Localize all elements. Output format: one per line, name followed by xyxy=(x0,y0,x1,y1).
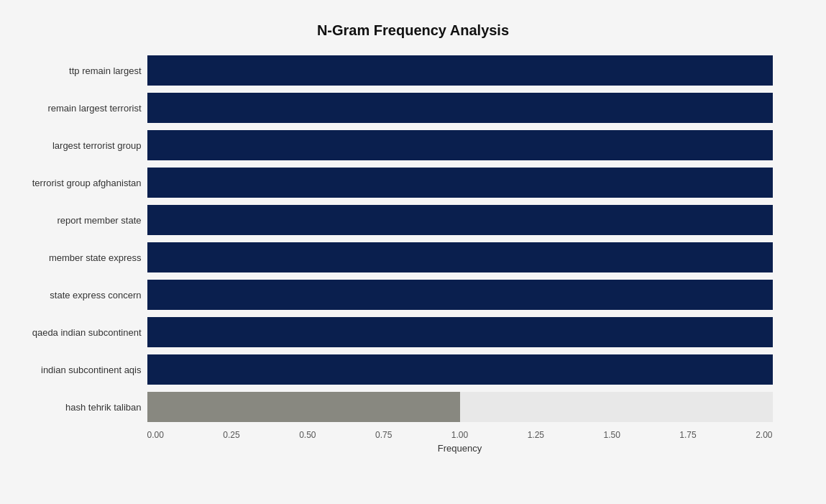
bar-label: terrorist group afghanistan xyxy=(32,177,142,188)
x-tick: 1.50 xyxy=(603,430,620,440)
bar-row: remain largest terrorist xyxy=(147,89,773,127)
bar-wrapper xyxy=(147,354,773,385)
bar-label: report member state xyxy=(32,214,142,225)
bar-label: hash tehrik taliban xyxy=(32,401,142,412)
bar-bg xyxy=(147,354,773,385)
x-axis-label: Frequency xyxy=(147,443,773,454)
bar-wrapper xyxy=(147,55,773,86)
bar-bg xyxy=(147,93,773,123)
bar-row: terrorist group afghanistan xyxy=(147,164,773,201)
bar-fill xyxy=(147,354,773,385)
bar-fill xyxy=(147,317,773,347)
chart-title: N-Gram Frequency Analysis xyxy=(32,22,794,39)
bar-fill xyxy=(147,130,773,160)
bar-wrapper xyxy=(147,130,773,160)
bar-wrapper xyxy=(147,93,773,123)
bar-label: member state express xyxy=(32,252,142,262)
x-tick: 1.00 xyxy=(451,430,468,440)
bar-row: member state express xyxy=(147,239,773,276)
bar-bg xyxy=(147,392,773,422)
bar-bg xyxy=(147,168,773,198)
bar-wrapper xyxy=(147,205,773,235)
bar-bg xyxy=(147,280,773,310)
bar-label: remain largest terrorist xyxy=(32,102,142,113)
bar-label: indian subcontinent aqis xyxy=(32,364,142,375)
bar-row: ttp remain largest xyxy=(147,52,773,89)
bar-row: state express concern xyxy=(147,276,773,313)
bar-row: largest terrorist group xyxy=(147,127,773,164)
bar-row: report member state xyxy=(147,201,773,239)
bar-bg xyxy=(147,317,773,347)
x-tick: 0.25 xyxy=(223,430,239,440)
bar-label: ttp remain largest xyxy=(32,65,142,75)
bar-fill xyxy=(147,280,773,310)
bar-wrapper xyxy=(147,317,773,347)
bar-fill xyxy=(147,168,773,198)
bar-bg xyxy=(147,55,773,86)
bar-row: indian subcontinent aqis xyxy=(147,351,773,388)
bar-row: qaeda indian subcontinent xyxy=(147,313,773,351)
bar-fill xyxy=(147,205,773,235)
bar-fill xyxy=(147,55,773,86)
bar-wrapper xyxy=(147,168,773,198)
x-tick: 0.00 xyxy=(147,430,164,440)
bar-wrapper xyxy=(147,242,773,272)
bar-bg xyxy=(147,130,773,160)
chart-area: ttp remain largestremain largest terrori… xyxy=(147,52,773,426)
bar-row: hash tehrik taliban xyxy=(147,388,773,426)
x-axis: 0.000.250.500.751.001.251.501.752.00 xyxy=(147,430,773,440)
bar-wrapper xyxy=(147,392,773,422)
bar-fill xyxy=(147,242,773,272)
bar-label: largest terrorist group xyxy=(32,139,142,150)
x-tick: 2.00 xyxy=(756,430,772,440)
bar-wrapper xyxy=(147,280,773,310)
bar-label: state express concern xyxy=(32,289,142,300)
x-tick: 0.50 xyxy=(299,430,316,440)
bar-fill xyxy=(147,392,460,422)
x-tick: 0.75 xyxy=(375,430,392,440)
x-tick: 1.25 xyxy=(528,430,544,440)
bar-bg xyxy=(147,242,773,272)
x-tick: 1.75 xyxy=(679,430,696,440)
bar-label: qaeda indian subcontinent xyxy=(32,326,142,337)
chart-container: N-Gram Frequency Analysis ttp remain lar… xyxy=(18,8,809,497)
bar-fill xyxy=(147,93,773,123)
bar-bg xyxy=(147,205,773,235)
